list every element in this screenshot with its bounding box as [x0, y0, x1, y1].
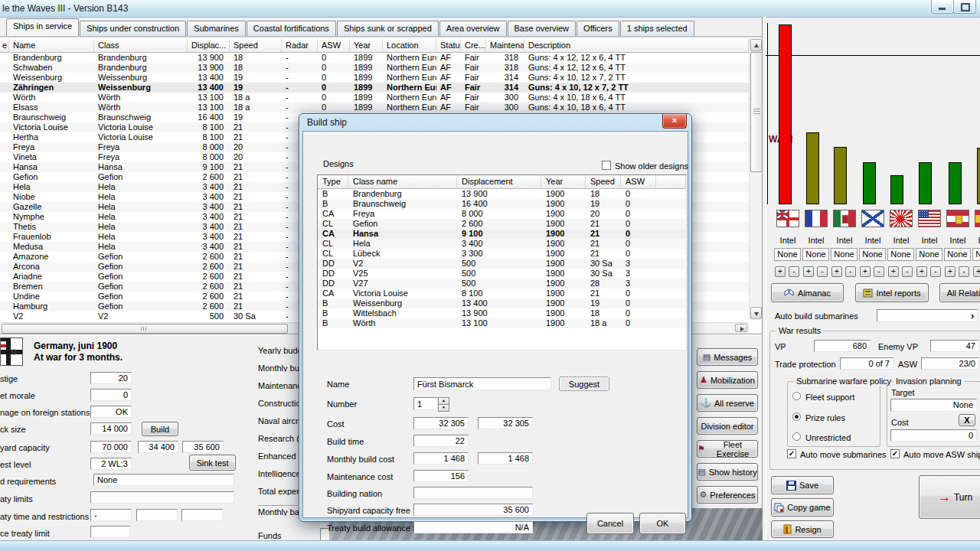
- table-row[interactable]: Wörth Wörth 13 100 18 a - 0 1899 Norther…: [0, 93, 749, 103]
- almanac-button[interactable]: Almanac: [771, 283, 844, 302]
- ship-name-input[interactable]: [413, 377, 551, 390]
- prize-rules-radio[interactable]: [792, 412, 801, 421]
- close-icon[interactable]: ×: [662, 114, 687, 129]
- name-label: Name: [327, 380, 349, 389]
- preferences-button[interactable]: ⚙Preferences: [697, 486, 758, 504]
- mobilization-button[interactable]: ♟Mobilization: [697, 371, 758, 389]
- design-row[interactable]: B Weissenburg 13 400 1900 19 0: [318, 298, 686, 308]
- design-row[interactable]: B Wörth 13 100 1900 18 a 0: [318, 318, 686, 328]
- sink-test-button[interactable]: Sink test: [189, 455, 236, 471]
- designs-col-class-name[interactable]: Class name: [348, 175, 457, 189]
- column-header-asw[interactable]: ASW: [318, 39, 350, 53]
- column-header-name[interactable]: Name: [9, 39, 94, 53]
- tab[interactable]: Officers: [577, 21, 619, 36]
- tab[interactable]: Ships under construction: [80, 21, 186, 36]
- messages-button[interactable]: ▤Messages: [697, 348, 758, 366]
- tab[interactable]: Base overview: [508, 21, 577, 36]
- column-header-description[interactable]: Description: [524, 39, 749, 53]
- save-button[interactable]: Save: [771, 476, 834, 494]
- design-row[interactable]: CL Hela 3 400 1900 21 0: [318, 239, 686, 249]
- copy-game-label: Copy game: [787, 503, 830, 512]
- suggest-button[interactable]: Suggest: [559, 377, 609, 391]
- spinner-down-button[interactable]: ▼: [438, 404, 449, 412]
- build-button[interactable]: Build: [142, 422, 178, 436]
- show-older-designs-checkbox[interactable]: [602, 161, 611, 170]
- designs-col-asw[interactable]: ASW: [621, 175, 656, 189]
- scroll-up-button[interactable]: [750, 39, 762, 51]
- unrestricted-radio[interactable]: [792, 432, 801, 441]
- column-header-maintenance[interactable]: Maintenan...: [486, 39, 524, 53]
- design-row[interactable]: CL Gefion 2 600 1900 21 0: [318, 219, 686, 229]
- column-header-radar[interactable]: Radar: [282, 39, 318, 53]
- tab[interactable]: Coastal fortifications: [247, 21, 336, 36]
- design-row[interactable]: CA Victoria Louise 8 100 1900 21 0: [318, 289, 686, 298]
- ok-button[interactable]: OK: [639, 513, 686, 534]
- dropdown-arrow-icon[interactable]: ›: [971, 310, 974, 321]
- division-editor-button[interactable]: Division editor: [697, 417, 758, 435]
- scroll-right-button[interactable]: [735, 324, 747, 332]
- table-row[interactable]: Elsass Wörth 13 100 18 a - 0 1899 Northe…: [0, 103, 749, 112]
- cancel-button[interactable]: Cancel: [586, 513, 634, 534]
- fleet-support-radio[interactable]: [792, 392, 801, 400]
- design-row[interactable]: CA Freya 8 000 1900 20 0: [318, 209, 686, 219]
- messages-label: Messages: [714, 353, 752, 362]
- designs-col-displacement[interactable]: Displacement: [457, 175, 541, 189]
- design-row[interactable]: B Brandenburg 13 900 1900 18 0: [318, 189, 686, 199]
- design-row[interactable]: DD V27 500 1900 28 3: [318, 279, 686, 289]
- column-header-class[interactable]: Class: [94, 39, 188, 53]
- tab[interactable]: Area overview: [439, 21, 507, 36]
- designs-col-speed[interactable]: Speed: [586, 175, 621, 189]
- table-row[interactable]: Weissenburg Weissenburg 13 400 19 - 0 18…: [0, 73, 749, 83]
- trade-protection-value: 0 of 7: [840, 357, 893, 370]
- tab[interactable]: Ships sunk or scrapped: [337, 21, 439, 36]
- history-icon: ▤: [697, 467, 705, 477]
- clear-target-button[interactable]: X: [959, 414, 975, 426]
- column-header-displacement[interactable]: Displac...: [188, 39, 230, 53]
- intel-reports-button[interactable]: Intel reports: [855, 283, 929, 302]
- tab[interactable]: 1 ships selected: [620, 21, 694, 36]
- budget-separator: [258, 505, 298, 507]
- column-header-status[interactable]: Status: [436, 39, 461, 53]
- turn-button[interactable]: → Turn: [919, 475, 980, 519]
- column-header-speed[interactable]: Speed: [230, 39, 282, 53]
- table-row[interactable]: Brandenburg Brandenburg 13 900 18 - 0 18…: [0, 53, 749, 63]
- turn-label: Turn: [954, 492, 972, 503]
- table-row[interactable]: Schwaben Brandenburg 13 900 18 - 0 1899 …: [0, 63, 749, 73]
- resign-button[interactable]: Resign: [771, 520, 834, 538]
- right-arrow-icon: [740, 327, 744, 331]
- column-header-type[interactable]: e: [0, 39, 9, 53]
- dialog-body: Designs Show older designs Type Class na…: [302, 131, 688, 518]
- treaty-limits-label: aty limits: [0, 494, 33, 504]
- number-input[interactable]: [413, 397, 438, 410]
- fleet-exercise-button[interactable]: ⚑Fleet Exercise: [697, 440, 758, 458]
- auto-build-submarines-dropdown[interactable]: [877, 309, 978, 322]
- design-row[interactable]: B Braunschweig 16 400 1900 19 0: [318, 199, 686, 209]
- designs-body: B Brandenburg 13 900 1900 18 0 B Braunsc…: [318, 189, 686, 328]
- show-history-button[interactable]: ▤Show history: [697, 463, 758, 481]
- tab[interactable]: Ships in service: [6, 18, 79, 36]
- design-row[interactable]: CL Lübeck 3 300 1900 21 0: [318, 249, 686, 259]
- scroll-down-button[interactable]: [750, 307, 762, 319]
- column-header-crew[interactable]: Cre...: [461, 39, 486, 53]
- design-row[interactable]: DD V2 500 1900 30 Sa 3: [318, 259, 686, 269]
- column-header-location[interactable]: Location: [383, 39, 436, 53]
- table-row[interactable]: Zähringen Weissenburg 13 400 19 - 0 1899…: [0, 83, 749, 93]
- column-header-year[interactable]: Year: [350, 39, 383, 53]
- build-ship-dialog: Build ship × Designs Show older designs …: [299, 113, 692, 522]
- all-relations-button[interactable]: All Relation: [939, 283, 980, 302]
- tab[interactable]: Submarines: [187, 21, 246, 36]
- budget-label: Maintenance: [258, 381, 300, 390]
- invasion-target-value: None: [890, 399, 977, 412]
- show-history-label: Show history: [709, 468, 757, 477]
- design-row[interactable]: B Wittelsbach 13 900 1900 18 0: [318, 308, 686, 318]
- designs-col-type[interactable]: Type: [318, 175, 348, 189]
- auto-move-submarines-checkbox[interactable]: ✓: [787, 449, 796, 458]
- vertical-scrollbar[interactable]: [749, 38, 763, 320]
- scrollbar-thumb-horizontal[interactable]: [2, 324, 288, 334]
- copy-game-button[interactable]: Copy game: [771, 498, 834, 517]
- design-row[interactable]: DD V25 500 1900 30 Sa 3: [318, 269, 686, 279]
- designs-col-year[interactable]: Year: [541, 175, 586, 189]
- auto-move-asw-checkbox[interactable]: ✓: [890, 449, 900, 458]
- all-reserve-button[interactable]: ⚓All reserve: [697, 394, 758, 412]
- design-row[interactable]: CA Hansa 9 100 1900 21 0: [318, 229, 686, 239]
